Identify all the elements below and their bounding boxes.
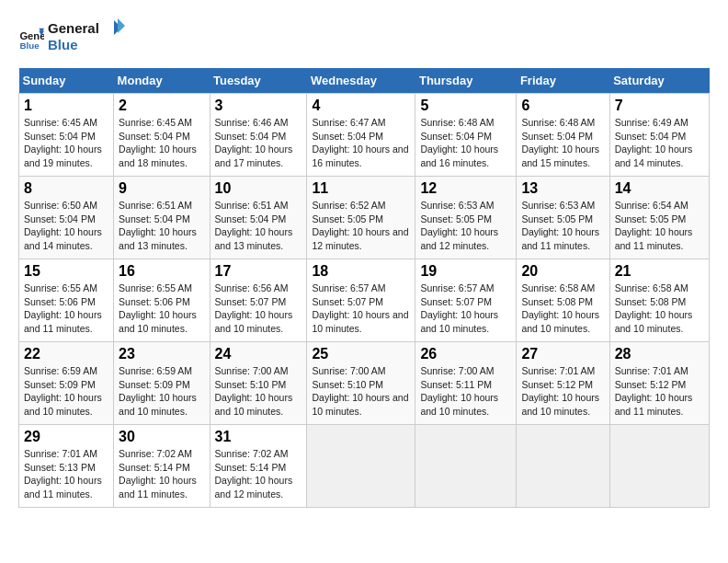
day-cell-11: 11 Sunrise: 6:52 AM Sunset: 5:05 PM Dayl… xyxy=(307,177,415,259)
day-info: Sunrise: 7:01 AM Sunset: 5:13 PM Dayligh… xyxy=(24,447,108,501)
day-number: 20 xyxy=(521,263,604,280)
svg-text:General: General xyxy=(48,20,99,36)
day-info: Sunrise: 6:58 AM Sunset: 5:08 PM Dayligh… xyxy=(615,282,704,336)
day-info: Sunrise: 6:45 AM Sunset: 5:04 PM Dayligh… xyxy=(119,116,204,170)
day-number: 28 xyxy=(615,346,704,362)
col-header-thursday: Thursday xyxy=(415,68,517,94)
day-number: 11 xyxy=(312,180,410,197)
day-info: Sunrise: 6:54 AM Sunset: 5:05 PM Dayligh… xyxy=(615,199,704,253)
day-cell-17: 17 Sunrise: 6:56 AM Sunset: 5:07 PM Dayl… xyxy=(210,259,307,342)
day-number: 26 xyxy=(420,346,511,362)
day-info: Sunrise: 6:50 AM Sunset: 5:04 PM Dayligh… xyxy=(24,199,108,253)
day-info: Sunrise: 7:00 AM Sunset: 5:10 PM Dayligh… xyxy=(215,364,302,419)
day-info: Sunrise: 6:48 AM Sunset: 5:04 PM Dayligh… xyxy=(521,116,604,170)
week-row-4: 22 Sunrise: 6:59 AM Sunset: 5:09 PM Dayl… xyxy=(19,342,710,425)
day-number: 16 xyxy=(119,263,204,280)
day-number: 29 xyxy=(24,429,108,445)
day-cell-20: 20 Sunrise: 6:58 AM Sunset: 5:08 PM Dayl… xyxy=(517,259,609,342)
day-number: 1 xyxy=(24,98,108,114)
day-number: 9 xyxy=(119,180,204,197)
day-cell-29: 29 Sunrise: 7:01 AM Sunset: 5:13 PM Dayl… xyxy=(19,425,114,508)
day-cell-30: 30 Sunrise: 7:02 AM Sunset: 5:14 PM Dayl… xyxy=(114,425,210,508)
svg-text:Blue: Blue xyxy=(19,40,40,51)
week-row-3: 15 Sunrise: 6:55 AM Sunset: 5:06 PM Dayl… xyxy=(19,259,710,342)
day-cell-15: 15 Sunrise: 6:55 AM Sunset: 5:06 PM Dayl… xyxy=(19,259,114,342)
day-number: 21 xyxy=(615,263,704,280)
day-info: Sunrise: 7:00 AM Sunset: 5:10 PM Dayligh… xyxy=(312,364,410,419)
day-cell-19: 19 Sunrise: 6:57 AM Sunset: 5:07 PM Dayl… xyxy=(415,259,517,342)
day-number: 31 xyxy=(215,429,302,445)
svg-marker-6 xyxy=(118,18,125,33)
day-info: Sunrise: 6:53 AM Sunset: 5:05 PM Dayligh… xyxy=(521,199,604,253)
day-cell-6: 6 Sunrise: 6:48 AM Sunset: 5:04 PM Dayli… xyxy=(517,94,609,177)
day-cell-27: 27 Sunrise: 7:01 AM Sunset: 5:12 PM Dayl… xyxy=(517,342,609,425)
day-number: 8 xyxy=(24,180,108,197)
day-number: 12 xyxy=(420,180,511,197)
day-cell-21: 21 Sunrise: 6:58 AM Sunset: 5:08 PM Dayl… xyxy=(609,259,709,342)
day-info: Sunrise: 6:57 AM Sunset: 5:07 PM Dayligh… xyxy=(420,282,511,336)
col-header-monday: Monday xyxy=(114,68,210,94)
col-header-friday: Friday xyxy=(517,68,609,94)
day-cell-1: 1 Sunrise: 6:45 AM Sunset: 5:04 PM Dayli… xyxy=(19,94,114,177)
day-info: Sunrise: 6:55 AM Sunset: 5:06 PM Dayligh… xyxy=(119,282,204,336)
day-cell-14: 14 Sunrise: 6:54 AM Sunset: 5:05 PM Dayl… xyxy=(609,177,709,259)
page-header: General Blue General Blue xyxy=(18,18,710,59)
day-info: Sunrise: 6:46 AM Sunset: 5:04 PM Dayligh… xyxy=(215,116,302,170)
day-number: 6 xyxy=(521,98,604,114)
day-cell-2: 2 Sunrise: 6:45 AM Sunset: 5:04 PM Dayli… xyxy=(114,94,210,177)
day-cell-28: 28 Sunrise: 7:01 AM Sunset: 5:12 PM Dayl… xyxy=(609,342,709,425)
empty-cell xyxy=(415,425,517,508)
day-info: Sunrise: 6:59 AM Sunset: 5:09 PM Dayligh… xyxy=(24,364,108,419)
day-cell-26: 26 Sunrise: 7:00 AM Sunset: 5:11 PM Dayl… xyxy=(415,342,517,425)
day-cell-4: 4 Sunrise: 6:47 AM Sunset: 5:04 PM Dayli… xyxy=(307,94,415,177)
day-number: 24 xyxy=(215,346,302,362)
day-number: 15 xyxy=(24,263,108,280)
empty-cell xyxy=(517,425,609,508)
day-cell-7: 7 Sunrise: 6:49 AM Sunset: 5:04 PM Dayli… xyxy=(609,94,709,177)
day-info: Sunrise: 6:53 AM Sunset: 5:05 PM Dayligh… xyxy=(420,199,511,253)
day-number: 30 xyxy=(119,429,204,445)
calendar-table: SundayMondayTuesdayWednesdayThursdayFrid… xyxy=(18,68,710,508)
day-cell-9: 9 Sunrise: 6:51 AM Sunset: 5:04 PM Dayli… xyxy=(114,177,210,259)
header-row: SundayMondayTuesdayWednesdayThursdayFrid… xyxy=(19,68,710,94)
day-info: Sunrise: 7:01 AM Sunset: 5:12 PM Dayligh… xyxy=(521,364,604,419)
day-number: 17 xyxy=(215,263,302,280)
day-cell-13: 13 Sunrise: 6:53 AM Sunset: 5:05 PM Dayl… xyxy=(517,177,609,259)
day-cell-16: 16 Sunrise: 6:55 AM Sunset: 5:06 PM Dayl… xyxy=(114,259,210,342)
day-number: 4 xyxy=(312,98,410,114)
day-number: 7 xyxy=(615,98,704,114)
day-number: 27 xyxy=(521,346,604,362)
empty-cell xyxy=(307,425,415,508)
day-cell-22: 22 Sunrise: 6:59 AM Sunset: 5:09 PM Dayl… xyxy=(19,342,114,425)
day-number: 23 xyxy=(119,346,204,362)
col-header-wednesday: Wednesday xyxy=(307,68,415,94)
day-number: 2 xyxy=(119,98,204,114)
day-cell-31: 31 Sunrise: 7:02 AM Sunset: 5:14 PM Dayl… xyxy=(210,425,307,508)
week-row-1: 1 Sunrise: 6:45 AM Sunset: 5:04 PM Dayli… xyxy=(19,94,710,177)
svg-text:Blue: Blue xyxy=(48,37,78,52)
day-cell-8: 8 Sunrise: 6:50 AM Sunset: 5:04 PM Dayli… xyxy=(19,177,114,259)
day-cell-5: 5 Sunrise: 6:48 AM Sunset: 5:04 PM Dayli… xyxy=(415,94,517,177)
day-cell-10: 10 Sunrise: 6:51 AM Sunset: 5:04 PM Dayl… xyxy=(210,177,307,259)
day-info: Sunrise: 6:47 AM Sunset: 5:04 PM Dayligh… xyxy=(312,116,410,170)
day-info: Sunrise: 6:58 AM Sunset: 5:08 PM Dayligh… xyxy=(521,282,604,336)
day-cell-24: 24 Sunrise: 7:00 AM Sunset: 5:10 PM Dayl… xyxy=(210,342,307,425)
day-info: Sunrise: 6:49 AM Sunset: 5:04 PM Dayligh… xyxy=(615,116,704,170)
col-header-sunday: Sunday xyxy=(19,68,114,94)
day-info: Sunrise: 6:45 AM Sunset: 5:04 PM Dayligh… xyxy=(24,116,108,170)
day-number: 25 xyxy=(312,346,410,362)
day-info: Sunrise: 6:59 AM Sunset: 5:09 PM Dayligh… xyxy=(119,364,204,419)
day-info: Sunrise: 6:48 AM Sunset: 5:04 PM Dayligh… xyxy=(420,116,511,170)
day-cell-12: 12 Sunrise: 6:53 AM Sunset: 5:05 PM Dayl… xyxy=(415,177,517,259)
week-row-2: 8 Sunrise: 6:50 AM Sunset: 5:04 PM Dayli… xyxy=(19,177,710,259)
day-number: 13 xyxy=(521,180,604,197)
day-number: 10 xyxy=(215,180,302,197)
day-info: Sunrise: 6:56 AM Sunset: 5:07 PM Dayligh… xyxy=(215,282,302,336)
logo-svg: General Blue xyxy=(48,18,131,55)
day-number: 5 xyxy=(420,98,511,114)
logo: General Blue General Blue xyxy=(18,18,131,59)
day-cell-3: 3 Sunrise: 6:46 AM Sunset: 5:04 PM Dayli… xyxy=(210,94,307,177)
day-info: Sunrise: 6:51 AM Sunset: 5:04 PM Dayligh… xyxy=(215,199,302,253)
day-number: 14 xyxy=(615,180,704,197)
day-info: Sunrise: 7:01 AM Sunset: 5:12 PM Dayligh… xyxy=(615,364,704,419)
